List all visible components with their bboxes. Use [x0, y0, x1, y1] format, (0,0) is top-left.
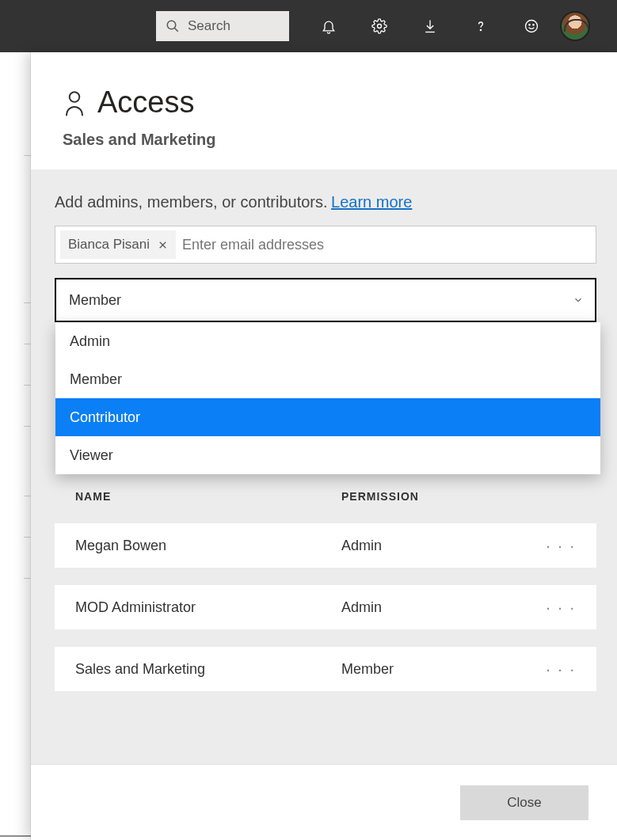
top-icon-group	[303, 0, 590, 52]
role-option-admin[interactable]: Admin	[55, 322, 600, 360]
svg-point-6	[533, 25, 534, 25]
role-dropdown: Admin Member Contributor Viewer	[55, 322, 600, 474]
role-select[interactable]: Member Admin Member Contributor Viewer	[55, 278, 596, 322]
panel-footer: Close	[31, 764, 617, 840]
person-icon	[63, 89, 86, 117]
gear-icon	[371, 18, 387, 34]
search-input[interactable]: Search	[156, 11, 289, 41]
col-header-permission: PERMISSION	[341, 490, 573, 503]
search-icon	[166, 19, 180, 33]
access-panel: Access Sales and Marketing Add admins, m…	[31, 52, 617, 840]
row-more-button[interactable]: . . .	[546, 595, 576, 614]
panel-title: Access	[97, 86, 194, 120]
user-avatar[interactable]	[560, 11, 590, 41]
help-button[interactable]	[455, 0, 506, 52]
close-icon	[158, 240, 168, 250]
row-name: Megan Bowen	[75, 538, 341, 554]
table-row: MOD Administrator Admin . . .	[55, 585, 596, 629]
background-page-sliver	[0, 52, 31, 840]
top-navbar: Search	[0, 0, 617, 52]
chip-label: Bianca Pisani	[68, 237, 150, 253]
table-row: Megan Bowen Admin . . .	[55, 523, 596, 568]
svg-point-2	[378, 25, 382, 29]
prompt-text: Add admins, members, or contributors.	[55, 193, 328, 211]
role-option-contributor[interactable]: Contributor	[55, 398, 600, 436]
svg-point-7	[70, 92, 80, 102]
bell-icon	[321, 18, 337, 34]
close-button[interactable]: Close	[460, 785, 588, 820]
row-permission: Admin	[341, 538, 546, 554]
row-permission: Admin	[341, 599, 546, 616]
email-input[interactable]: Bianca Pisani Enter email addresses	[55, 226, 596, 264]
role-selected-value: Member	[69, 292, 121, 309]
notifications-button[interactable]	[303, 0, 354, 52]
chip-remove-button[interactable]	[158, 240, 168, 250]
svg-point-4	[526, 21, 538, 32]
row-more-button[interactable]: . . .	[546, 657, 576, 675]
svg-point-3	[480, 29, 481, 30]
feedback-button[interactable]	[506, 0, 557, 52]
row-more-button[interactable]: . . .	[546, 534, 576, 552]
search-placeholder: Search	[188, 18, 230, 34]
prompt-row: Add admins, members, or contributors. Le…	[55, 193, 593, 211]
learn-more-link[interactable]: Learn more	[331, 193, 412, 211]
smile-icon	[524, 18, 539, 34]
table-row: Sales and Marketing Member . . .	[55, 647, 596, 691]
download-icon	[422, 18, 438, 34]
row-name: MOD Administrator	[75, 599, 341, 616]
svg-point-0	[167, 21, 176, 29]
panel-body: Add admins, members, or contributors. Le…	[31, 169, 617, 764]
download-button[interactable]	[405, 0, 455, 52]
table-header: NAME PERMISSION	[55, 490, 593, 503]
email-placeholder: Enter email addresses	[182, 237, 591, 253]
row-permission: Member	[341, 661, 546, 678]
panel-header: Access Sales and Marketing	[31, 52, 617, 169]
access-table: NAME PERMISSION Megan Bowen Admin . . . …	[55, 490, 593, 691]
panel-subtitle: Sales and Marketing	[63, 131, 585, 149]
svg-point-5	[529, 25, 530, 25]
role-option-viewer[interactable]: Viewer	[55, 436, 600, 474]
settings-button[interactable]	[354, 0, 405, 52]
user-chip: Bianca Pisani	[60, 230, 176, 259]
col-header-name: NAME	[75, 490, 341, 503]
role-option-member[interactable]: Member	[55, 360, 600, 398]
question-icon	[473, 18, 489, 34]
row-name: Sales and Marketing	[75, 661, 341, 678]
chevron-down-icon	[573, 295, 584, 306]
svg-line-1	[174, 28, 178, 32]
